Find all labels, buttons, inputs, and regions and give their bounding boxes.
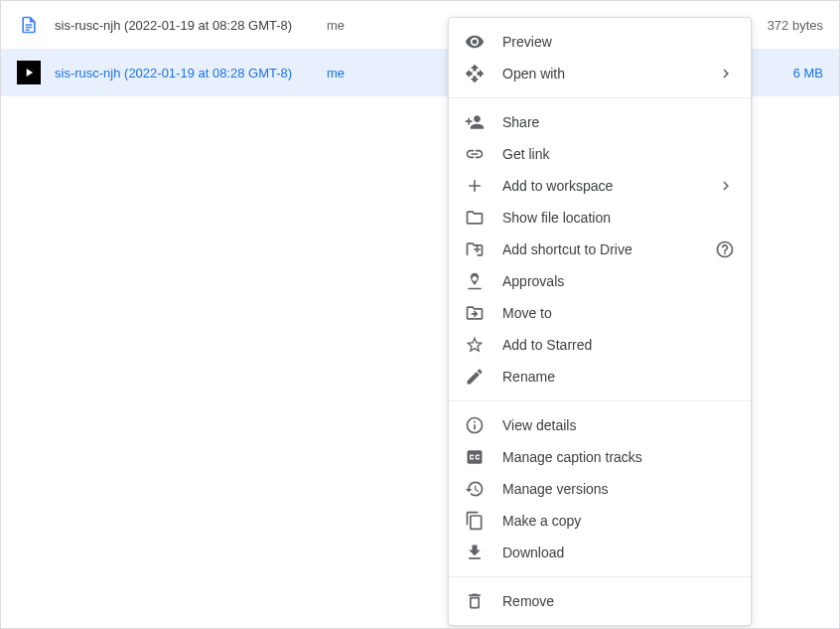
- drive-shortcut-icon: [465, 239, 485, 259]
- trash-icon: [465, 591, 485, 611]
- menu-add-starred[interactable]: Add to Starred: [449, 329, 751, 361]
- menu-label: Download: [502, 545, 735, 560]
- chevron-right-icon: [717, 65, 735, 82]
- menu-label: Move to: [502, 305, 735, 321]
- history-icon: [465, 479, 485, 499]
- open-with-icon: [465, 64, 485, 83]
- menu-get-link[interactable]: Get link: [449, 138, 751, 170]
- file-owner: me: [327, 18, 406, 33]
- menu-remove[interactable]: Remove: [449, 585, 751, 617]
- menu-label: Get link: [502, 146, 735, 162]
- menu-label: Approvals: [502, 273, 735, 289]
- menu-label: Rename: [502, 369, 735, 385]
- menu-label: Add to workspace: [502, 178, 717, 194]
- cc-icon: [465, 447, 485, 467]
- download-icon: [465, 543, 485, 562]
- menu-rename[interactable]: Rename: [449, 361, 751, 393]
- menu-share[interactable]: Share: [449, 106, 751, 138]
- move-icon: [465, 303, 485, 323]
- file-name: sis-rusc-njh (2022-01-19 at 08:28 GMT-8): [55, 66, 327, 80]
- approval-icon: [465, 271, 485, 291]
- menu-label: Remove: [502, 593, 735, 609]
- menu-move-to[interactable]: Move to: [449, 297, 751, 329]
- docs-icon: [17, 13, 41, 37]
- menu-label: Add to Starred: [502, 337, 735, 353]
- menu-add-shortcut[interactable]: Add shortcut to Drive: [449, 234, 751, 265]
- menu-label: Manage versions: [502, 481, 735, 497]
- person-add-icon: [465, 112, 485, 132]
- menu-label: Preview: [502, 34, 735, 50]
- folder-icon: [465, 208, 485, 228]
- menu-preview[interactable]: Preview: [449, 26, 751, 58]
- menu-manage-versions[interactable]: Manage versions: [449, 473, 751, 505]
- chevron-right-icon: [717, 177, 735, 195]
- menu-label: Show file location: [502, 210, 735, 226]
- help-icon[interactable]: [715, 239, 735, 259]
- menu-make-copy[interactable]: Make a copy: [449, 505, 751, 537]
- menu-show-location[interactable]: Show file location: [449, 202, 751, 234]
- file-name: sis-rusc-njh (2022-01-19 at 08:28 GMT-8): [55, 18, 327, 33]
- eye-icon: [465, 32, 485, 52]
- file-owner: me: [327, 66, 406, 80]
- copy-icon: [465, 511, 485, 531]
- menu-view-details[interactable]: View details: [449, 409, 751, 441]
- context-menu: Preview Open with Share Get link Add to …: [448, 17, 752, 626]
- star-icon: [465, 335, 485, 355]
- menu-manage-captions[interactable]: Manage caption tracks: [449, 441, 751, 473]
- plus-icon: [465, 176, 485, 196]
- info-icon: [465, 415, 485, 435]
- edit-icon: [465, 367, 485, 387]
- menu-approvals[interactable]: Approvals: [449, 265, 751, 297]
- menu-label: View details: [502, 417, 735, 433]
- divider: [449, 97, 751, 98]
- divider: [449, 400, 751, 401]
- menu-label: Add shortcut to Drive: [502, 241, 715, 257]
- menu-label: Share: [502, 114, 735, 130]
- menu-open-with[interactable]: Open with: [449, 58, 751, 89]
- menu-label: Make a copy: [502, 513, 735, 529]
- menu-add-workspace[interactable]: Add to workspace: [449, 170, 751, 202]
- link-icon: [465, 144, 485, 164]
- menu-label: Open with: [502, 66, 717, 81]
- menu-download[interactable]: Download: [449, 537, 751, 568]
- menu-label: Manage caption tracks: [502, 449, 735, 465]
- divider: [449, 576, 751, 577]
- video-icon: [17, 61, 41, 84]
